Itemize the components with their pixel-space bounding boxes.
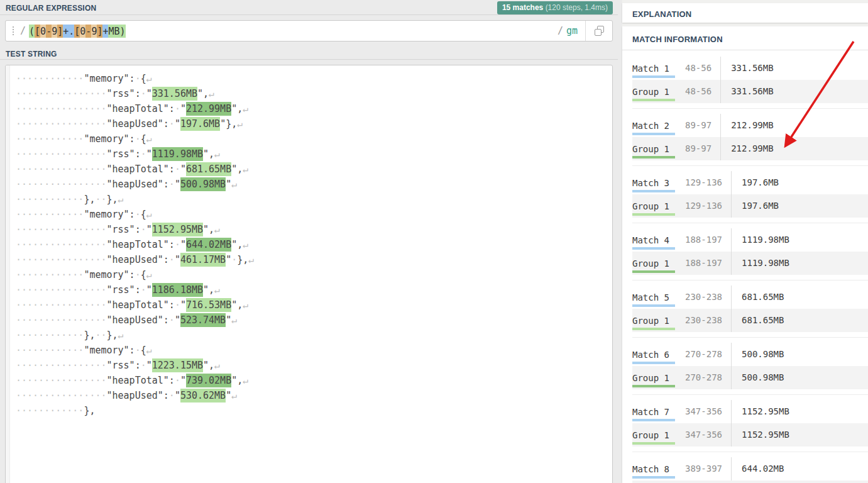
test-line: ············},··},↵ [16, 328, 254, 343]
regex-delimiter-open: / [19, 25, 29, 36]
group-range: 48-56 [685, 80, 721, 103]
match-block: Match 7347-3561152.95MBGroup 1347-356115… [632, 400, 868, 452]
match-block: Match 8389-397644.02MB [632, 457, 868, 483]
newline-icon: ↵ [118, 330, 124, 341]
match-label-cell: Match 6 [632, 343, 685, 366]
match-label-cell: Match 4 [632, 228, 685, 252]
match-underline [632, 75, 675, 78]
group-range: 230-238 [685, 309, 732, 332]
match-highlight: 681.65MB [186, 162, 231, 176]
match-label[interactable]: Match 6 [632, 349, 675, 364]
test-line: ············"memory":·{↵ [16, 71, 254, 86]
newline-icon: ↵ [214, 284, 220, 296]
copy-button[interactable] [585, 21, 612, 41]
match-highlight: 197.6MB [180, 117, 220, 131]
newline-icon: ↵ [243, 103, 248, 114]
newline-icon: ↵ [214, 224, 220, 235]
match-label[interactable]: Match 4 [632, 235, 675, 250]
match-highlight: 644.02MB [186, 238, 231, 252]
test-line: ················"heapUsed":·"500.98MB"↵ [16, 177, 254, 192]
test-line: ················"heapTotal":·"716.53MB",… [16, 297, 254, 313]
badge-match-count: 15 matches [502, 3, 543, 12]
drag-handle-icon[interactable] [12, 26, 14, 36]
match-value: 1152.95MB [732, 400, 868, 423]
regex-expression[interactable]: ([0-9]+.[0-9]+MB) [29, 25, 126, 36]
test-line: ············"memory":·{↵ [16, 131, 254, 147]
match-value: 212.99MB [721, 114, 868, 137]
newline-icon: ↵ [231, 314, 237, 326]
group-range: 89-97 [685, 137, 721, 160]
regex-token: . [69, 25, 74, 38]
group-value: 681.65MB [732, 309, 868, 332]
match-highlight: 461.17MB [180, 253, 226, 267]
regex-token: ) [120, 25, 126, 38]
match-highlight: 1119.98MB [152, 147, 203, 161]
match-label[interactable]: Match 8 [632, 464, 675, 479]
newline-icon: ↵ [243, 375, 248, 386]
match-range: 347-356 [685, 400, 732, 423]
newline-icon: ↵ [146, 209, 152, 220]
match-count-badge[interactable]: 15 matches (120 steps, 1.4ms) [497, 1, 613, 14]
match-underline [632, 419, 675, 421]
match-highlight: 530.62MB [180, 389, 226, 402]
match-range: 48-56 [685, 57, 721, 80]
group-row: Group 148-56331.56MB [632, 80, 868, 103]
regex-flags[interactable]: gm [566, 25, 578, 36]
newline-icon: ↵ [231, 179, 237, 190]
match-block: Match 6270-278500.98MBGroup 1270-278500.… [632, 343, 868, 395]
group-label-cell: Group 1 [632, 137, 685, 160]
group-label[interactable]: Group 1 [632, 430, 675, 445]
match-information-panel: MATCH INFORMATION Match 148-56331.56MBGr… [622, 26, 868, 483]
group-label-cell: Group 1 [632, 423, 685, 447]
regex-token: - [46, 25, 52, 38]
newline-icon: ↵ [237, 118, 243, 130]
match-range: 129-136 [685, 171, 732, 194]
match-row: Match 5230-238681.65MB [632, 286, 868, 309]
group-label[interactable]: Group 1 [632, 86, 675, 101]
group-label[interactable]: Group 1 [632, 258, 675, 273]
test-string-editor[interactable]: ············"memory":·{↵················… [5, 65, 613, 483]
newline-icon: ↵ [118, 194, 124, 205]
newline-icon: ↵ [146, 133, 152, 145]
match-row: Match 8389-397644.02MB [632, 457, 868, 480]
match-row: Match 289-97212.99MB [632, 114, 868, 137]
regex-token: 0 [80, 25, 85, 38]
match-row: Match 3129-136197.6MB [632, 171, 868, 194]
group-label[interactable]: Group 1 [632, 372, 675, 387]
group-label[interactable]: Group 1 [632, 201, 675, 216]
regex-token: 9 [52, 25, 57, 38]
match-underline [632, 476, 675, 479]
match-range: 89-97 [685, 114, 721, 137]
test-line: ················"heapTotal":·"212.99MB",… [16, 101, 254, 116]
regex-input[interactable]: / ([0-9]+.[0-9]+MB) / gm [5, 20, 613, 42]
newline-icon: ↵ [209, 88, 214, 99]
group-label-cell: Group 1 [632, 80, 685, 103]
match-label[interactable]: Match 3 [632, 177, 675, 192]
match-highlight: 1223.15MB [152, 358, 203, 372]
regex-token: + [63, 25, 69, 38]
regex-token: ] [57, 25, 63, 38]
match-value: 197.6MB [732, 171, 868, 194]
group-label[interactable]: Group 1 [632, 315, 675, 330]
match-label[interactable]: Match 7 [632, 406, 675, 421]
match-label[interactable]: Match 1 [632, 63, 675, 78]
regex-token: [ [35, 25, 40, 38]
group-underline [632, 156, 675, 158]
regex-token: MB [108, 25, 119, 38]
match-range: 270-278 [685, 343, 732, 366]
test-line: ················"heapTotal":·"739.02MB",… [16, 373, 254, 388]
test-line: ············"memory":·{↵ [16, 267, 254, 282]
match-range: 230-238 [685, 286, 732, 309]
match-block: Match 289-97212.99MBGroup 189-97212.99MB [632, 114, 868, 166]
test-line: ················"heapUsed":·"461.17MB"·}… [16, 252, 254, 267]
group-row: Group 1129-136197.6MB [632, 194, 868, 218]
match-block: Match 3129-136197.6MBGroup 1129-136197.6… [632, 171, 868, 223]
match-label[interactable]: Match 2 [632, 120, 675, 135]
group-underline [632, 328, 675, 330]
match-highlight: 1152.95MB [152, 223, 203, 236]
match-label[interactable]: Match 5 [632, 292, 675, 307]
regex-delimiter-close: / [556, 25, 566, 36]
group-label[interactable]: Group 1 [632, 143, 675, 158]
newline-icon: ↵ [214, 360, 220, 371]
right-panel: EXPLANATION MATCH INFORMATION Match 148-… [622, 0, 868, 483]
